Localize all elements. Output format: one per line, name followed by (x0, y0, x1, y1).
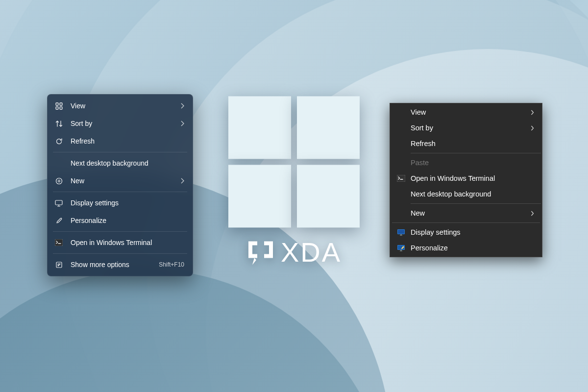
blank-icon (396, 123, 406, 133)
menu-separator (411, 153, 541, 153)
blank-icon (396, 107, 406, 117)
menu-item-label: View (71, 102, 180, 110)
menu-item-label: Sort by (411, 124, 531, 132)
menu-item-new[interactable]: New (391, 205, 541, 221)
menu-item-sort-by[interactable]: Sort by (391, 120, 541, 136)
context-menu-win10: View Sort by Refresh Paste Open in Windo… (390, 103, 542, 257)
menu-item-refresh[interactable]: Refresh (50, 132, 190, 150)
menu-separator (53, 192, 187, 192)
chevron-right-icon (531, 211, 534, 216)
personalize-icon (396, 243, 406, 253)
menu-item-open-in-windows-terminal[interactable]: Open in Windows Terminal (50, 234, 190, 251)
menu-item-label: View (411, 108, 531, 116)
menu-item-label: Paste (411, 159, 534, 167)
display-icon (54, 198, 64, 208)
blank-icon (396, 139, 406, 148)
windows-logo-icon (228, 96, 360, 227)
svg-rect-3 (60, 107, 62, 109)
menu-item-sort-by[interactable]: Sort by (50, 115, 190, 132)
menu-separator (411, 203, 541, 204)
menu-item-label: Next desktop background (71, 159, 184, 167)
chevron-right-icon (180, 103, 184, 109)
menu-item-label: Refresh (411, 140, 534, 147)
chevron-right-icon (531, 125, 534, 131)
chevron-right-icon (180, 121, 184, 126)
paintbrush-icon (54, 216, 64, 225)
blank-icon (396, 189, 406, 199)
grid-icon (54, 101, 64, 111)
menu-item-personalize[interactable]: Personalize (391, 240, 541, 256)
menu-item-label: Display settings (71, 199, 184, 207)
menu-item-open-in-windows-terminal[interactable]: Open in Windows Terminal (391, 171, 541, 186)
blank-icon (396, 158, 406, 168)
svg-rect-1 (60, 103, 62, 105)
menu-item-display-settings[interactable]: Display settings (391, 224, 541, 240)
svg-rect-8 (397, 175, 405, 182)
xda-logo: XDA (246, 236, 342, 268)
menu-item-label: Show more options (71, 261, 154, 269)
xda-text: XDA (281, 236, 342, 268)
menu-item-shortcut: Shift+F10 (159, 261, 184, 268)
sort-icon (54, 119, 64, 128)
menu-item-next-desktop-background[interactable]: Next desktop background (391, 186, 541, 202)
menu-item-label: Refresh (71, 137, 184, 145)
chevron-right-icon (531, 110, 534, 115)
menu-item-personalize[interactable]: Personalize (50, 212, 190, 229)
menu-separator (53, 152, 187, 152)
menu-item-label: Next desktop background (411, 190, 534, 198)
center-logo: XDA (228, 96, 360, 268)
menu-item-label: Display settings (411, 228, 534, 236)
menu-item-label: Personalize (71, 217, 184, 224)
menu-separator (53, 231, 187, 232)
menu-item-view[interactable]: View (391, 104, 541, 120)
svg-rect-10 (398, 230, 404, 234)
blank-icon (54, 158, 64, 168)
menu-item-view[interactable]: View (50, 97, 190, 115)
svg-rect-5 (55, 200, 62, 205)
terminal-icon (396, 173, 406, 183)
menu-item-paste: Paste (391, 155, 541, 171)
plus-circle-icon (54, 176, 64, 186)
menu-separator (53, 253, 187, 254)
blank-icon (396, 208, 406, 218)
terminal-icon (54, 238, 64, 247)
svg-rect-6 (55, 239, 63, 246)
context-menu-win11: View Sort by Refresh Next desktop backgr… (47, 94, 193, 276)
menu-item-refresh[interactable]: Refresh (391, 136, 541, 151)
refresh-icon (54, 136, 64, 146)
menu-separator (392, 222, 540, 223)
menu-item-next-desktop-background[interactable]: Next desktop background (50, 154, 190, 172)
svg-rect-2 (56, 107, 58, 109)
menu-item-label: Personalize (411, 244, 534, 252)
svg-rect-0 (56, 103, 58, 105)
expand-icon (54, 260, 64, 270)
menu-item-label: New (71, 177, 180, 185)
chevron-right-icon (180, 178, 184, 184)
menu-item-display-settings[interactable]: Display settings (50, 194, 190, 212)
menu-item-show-more-options[interactable]: Show more options Shift+F10 (50, 256, 190, 273)
menu-item-label: Sort by (71, 120, 180, 127)
menu-item-label: New (411, 209, 531, 217)
menu-item-label: Open in Windows Terminal (411, 174, 534, 182)
menu-item-label: Open in Windows Terminal (71, 239, 184, 246)
xda-bracket-icon (246, 239, 275, 266)
menu-item-new[interactable]: New (50, 172, 190, 190)
display-icon (396, 227, 406, 237)
